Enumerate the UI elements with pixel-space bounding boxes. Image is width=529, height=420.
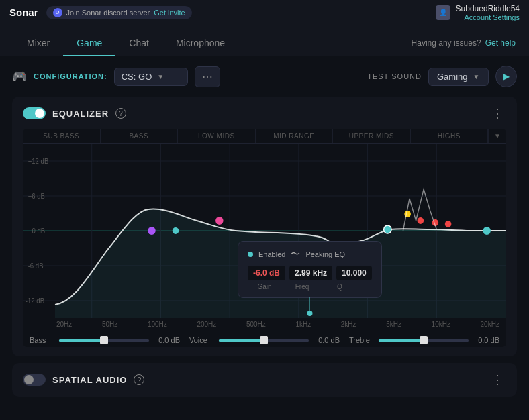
equalizer-more-button[interactable]: ⋮: [489, 106, 506, 121]
eq-tooltip: Enabled 〜 Peaking EQ -6.0 dB 2.99 kHz 10…: [238, 241, 382, 298]
test-sound-option: Gaming: [437, 72, 468, 82]
equalizer-toggle[interactable]: [23, 107, 46, 119]
eq-bands-chevron[interactable]: ▼: [488, 129, 506, 143]
eq-node-tooltip[interactable]: [384, 225, 392, 233]
spatial-audio-card: SPATIAL AUDIO ? ⋮: [12, 363, 517, 397]
equalizer-title: EQUALIZER: [52, 109, 109, 119]
freq-label-50hz: 50Hz: [102, 321, 117, 328]
test-sound-chevron-icon: ▼: [473, 73, 480, 81]
brand-name: Sonar: [9, 7, 38, 18]
user-info: SubduedRiddle54 Account Settings: [456, 4, 520, 21]
topbar-left: Sonar D Join Sonar discord server Get in…: [9, 6, 192, 19]
tooltip-handle: [309, 297, 310, 313]
wave-icon: 〜: [291, 248, 300, 260]
nav-bar: Mixer Game Chat Microphone Having any is…: [0, 25, 529, 56]
config-select[interactable]: CS: GO ▼: [114, 68, 188, 86]
play-icon: ▶: [503, 72, 510, 81]
help-text-label: Having any issues?: [412, 38, 481, 48]
config-icon: 🎮: [12, 69, 27, 84]
main-content: 🎮 CONFIGURATION: CS: GO ▼ ⋯ TEST SOUND G…: [0, 56, 529, 406]
eq-header: EQUALIZER ? ⋮: [23, 106, 506, 121]
freq-label-10khz: 10kHz: [432, 321, 450, 328]
treble-slider[interactable]: [379, 339, 469, 342]
help-link[interactable]: Get help: [485, 38, 516, 48]
tooltip-q-value: 10.000: [336, 266, 372, 280]
config-row: 🎮 CONFIGURATION: CS: GO ▼ ⋯ TEST SOUND G…: [12, 66, 517, 87]
test-sound-area: TEST SOUND Gaming ▼ ▶: [367, 66, 517, 87]
freq-label-100hz: 100Hz: [148, 321, 167, 328]
bass-slider-group: Bass 0.0 dB: [30, 336, 180, 344]
freq-label-1khz: 1kHz: [295, 321, 311, 328]
eq-node-upper1[interactable]: [404, 211, 411, 217]
play-button[interactable]: ▶: [495, 66, 517, 87]
freq-label-500hz: 500Hz: [246, 321, 266, 328]
eq-node-upper2[interactable]: [418, 217, 424, 224]
discord-icon: D: [53, 8, 62, 17]
freq-label-20hz: 20Hz: [56, 321, 72, 328]
eq-svg-area: +12 dB +6 dB 0 dB -6 dB -12 dB: [23, 144, 506, 318]
voice-label: Voice: [189, 336, 213, 344]
spatial-audio-title: SPATIAL AUDIO: [52, 375, 127, 385]
tooltip-freq-label: Freq: [285, 283, 319, 291]
band-header-bass: BASS: [101, 129, 179, 143]
svg-text:-12 dB: -12 dB: [26, 297, 45, 305]
freq-label-20khz: 20kHz: [481, 321, 499, 328]
topbar-right: 👤 SubduedRiddle54 Account Settings: [436, 4, 520, 21]
svg-text:+12 dB: +12 dB: [28, 158, 49, 165]
config-more-button[interactable]: ⋯: [195, 66, 220, 87]
voice-slider-group: Voice 0.0 dB: [189, 336, 340, 344]
svg-text:-6 dB: -6 dB: [28, 262, 44, 270]
band-header-highs: HIGHS: [411, 129, 489, 143]
eq-node-highs[interactable]: [483, 227, 491, 235]
tab-microphone[interactable]: Microphone: [162, 31, 238, 56]
eq-node-low-mids[interactable]: [215, 217, 224, 225]
account-settings-link[interactable]: Account Settings: [456, 13, 520, 21]
tooltip-enabled-label: Enabled: [258, 250, 285, 258]
svg-text:+6 dB: +6 dB: [28, 193, 46, 200]
discord-badge[interactable]: D Join Sonar discord server Get invite: [46, 6, 192, 19]
nav-tabs: Mixer Game Chat Microphone: [13, 31, 238, 56]
treble-value: 0.0 dB: [474, 336, 499, 344]
voice-slider[interactable]: [219, 339, 309, 342]
spatial-audio-toggle[interactable]: [23, 374, 46, 386]
help-area: Having any issues? Get help: [412, 38, 516, 56]
tooltip-values: -6.0 dB 2.99 kHz 10.000: [248, 266, 372, 280]
avatar-icon: 👤: [436, 5, 450, 20]
config-chevron-icon: ▼: [157, 73, 164, 81]
svg-text:0 dB: 0 dB: [32, 227, 45, 235]
eq-node-bass[interactable]: [148, 227, 156, 235]
discord-text: Join Sonar discord server: [66, 9, 150, 17]
tooltip-status-row: Enabled 〜 Peaking EQ: [248, 248, 372, 260]
spatial-audio-left: SPATIAL AUDIO ?: [23, 374, 144, 386]
tooltip-freq-value: 2.99 kHz: [289, 266, 332, 280]
spatial-toggle-knob: [24, 375, 34, 384]
eq-band-headers: SUB BASS BASS LOW MIDS MID RANGE UPPER M…: [23, 129, 506, 144]
enabled-dot: [248, 252, 253, 257]
bass-slider[interactable]: [59, 339, 149, 342]
spatial-audio-more-button[interactable]: ⋮: [489, 372, 506, 387]
spatial-audio-help-icon[interactable]: ?: [134, 374, 144, 385]
tab-mixer[interactable]: Mixer: [13, 31, 63, 56]
tooltip-type-label: Peaking EQ: [305, 250, 345, 258]
eq-chart-container: SUB BASS BASS LOW MIDS MID RANGE UPPER M…: [23, 129, 506, 347]
eq-node-upper4[interactable]: [445, 221, 452, 227]
toggle-knob: [35, 109, 44, 118]
band-header-low-mids: LOW MIDS: [178, 129, 256, 143]
config-label: CONFIGURATION:: [34, 72, 107, 81]
eq-node-center[interactable]: [173, 227, 179, 234]
freq-label-200hz: 200Hz: [197, 321, 216, 328]
tab-chat[interactable]: Chat: [115, 31, 162, 56]
config-left: 🎮 CONFIGURATION: CS: GO ▼ ⋯: [12, 66, 220, 87]
band-header-upper-mids: UPPER MIDS: [333, 129, 411, 143]
invite-link[interactable]: Get invite: [154, 9, 185, 17]
equalizer-card: EQUALIZER ? ⋮ SUB BASS BASS LOW MIDS MID…: [12, 97, 517, 356]
equalizer-help-icon[interactable]: ?: [115, 108, 126, 119]
bass-value: 0.0 dB: [154, 336, 180, 344]
tab-game[interactable]: Game: [63, 31, 115, 56]
tooltip-gain-label: Gain: [248, 283, 281, 291]
sliders-row: Bass 0.0 dB Voice 0.0 dB Tre: [23, 329, 506, 347]
freq-axis: 20Hz 50Hz 100Hz 200Hz 500Hz 1kHz 2kHz 5k…: [23, 318, 506, 329]
test-sound-select[interactable]: Gaming ▼: [428, 68, 489, 86]
freq-label-2khz: 2kHz: [341, 321, 356, 328]
band-header-sub-bass: SUB BASS: [23, 129, 101, 143]
